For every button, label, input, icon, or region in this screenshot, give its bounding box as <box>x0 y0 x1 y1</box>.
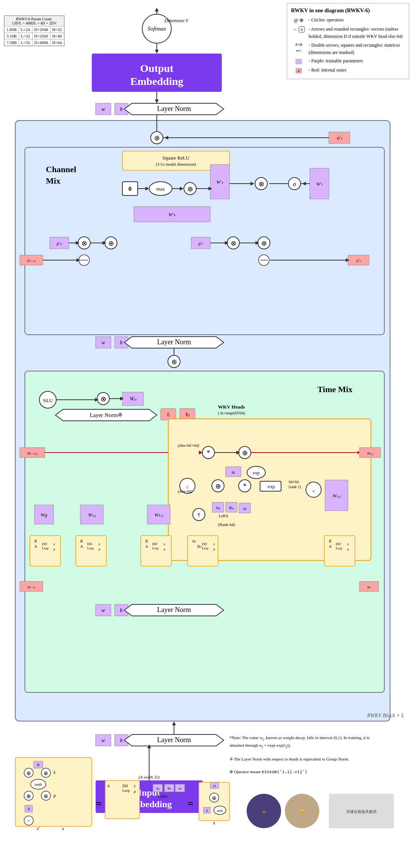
mu-k-prime: μ′ₖ <box>56 241 62 246</box>
dd-lerp-wg-dd: DD <box>42 542 47 546</box>
max-op: max <box>156 186 165 192</box>
vectors-symbol: ← 0 <box>291 26 306 34</box>
main-container: RWKV in one diagram (RWKV-6) @ ⊗ - Circl… <box>0 0 413 845</box>
wrj-matrix: Wᵣ,ⱼ <box>88 512 96 518</box>
param-row3-size: 7.58B <box>5 39 19 46</box>
x-t: xₜ <box>367 584 371 590</box>
dd-lerp-lora-lambda: λ <box>213 542 215 546</box>
svg-marker-119 <box>172 721 176 725</box>
final-plus: ⊕ <box>212 795 216 801</box>
wk-prime: W′ₖ <box>168 212 176 217</box>
expand-tanh: tanh <box>35 782 42 787</box>
x-prime-t: x′ₜ <box>356 258 361 263</box>
wr-prime: W′ᵣ <box>316 181 324 187</box>
note3: ⊛ Operator means einsum('i,ij->ij') <box>229 769 382 775</box>
image3-label: 无缝合面妆失败党 <box>346 809 377 814</box>
wv-prime: W′ᵥ <box>216 179 224 185</box>
lora2-b0: B₀ <box>167 787 171 790</box>
param-row2-l: L=32 <box>19 33 32 39</box>
dim-64: (dim 64) <box>178 489 192 494</box>
svg-marker-2 <box>155 8 159 11</box>
x-prime-input: x′ <box>36 826 40 831</box>
final-tanh: tanh <box>217 809 223 813</box>
dd-lerp-wg-lerp: Lerp <box>42 546 49 550</box>
star-op-inner: * <box>243 482 247 490</box>
dd-lerp-wk-dd: DD <box>152 542 157 546</box>
expand-minus: − <box>27 818 30 824</box>
plus-op-mur: ⊕ <box>261 239 267 247</box>
param-row3-d: D=4096 <box>32 39 50 46</box>
time-mix-title: Time Mix <box>317 384 353 394</box>
matrices-symbol: A×B⇐□ <box>291 42 306 54</box>
plus-op-mid: ⊕ <box>171 358 177 366</box>
layer-norm-star: Layer Norm※ <box>90 412 123 418</box>
circles-symbol: @ ⊗ <box>291 16 306 24</box>
dd-lerp-wk-lerp: Lerp <box>152 546 159 550</box>
red-symbol: a <box>291 67 306 75</box>
plus-op-wkv: ⊕ <box>242 449 248 457</box>
ln-cm-b: b <box>120 340 123 345</box>
lora2-a0: A₀ <box>156 787 160 790</box>
expand-a: A <box>27 807 30 811</box>
a-state-t1j: aₜ₋₁,ⱼ <box>28 450 38 456</box>
legend-vectors: ← 0 - Arrows and rounded rectangles: vec… <box>291 26 405 40</box>
softmax-label: Softmax <box>148 26 166 32</box>
dd-lerp-wg-a: B <box>34 539 37 543</box>
dd-lerp-wv-lambda: λ <box>347 542 349 546</box>
a-state-tj: aₜ,ⱼ <box>367 450 374 456</box>
dd-lerp-lora-mu: μ <box>213 547 215 551</box>
layer-norm-top: Layer Norm <box>157 105 191 112</box>
image1: 🦋 <box>262 809 267 814</box>
dd-lerp-wr-lerp: Lerp <box>87 546 94 550</box>
expand-times1: ⊗ <box>26 770 31 776</box>
mu-r-prime: μ′ᵣ <box>198 241 204 246</box>
dd-lerp-wr-mu: μ <box>98 547 101 551</box>
circles-text: - Circles: operators <box>309 16 344 24</box>
zero-op: 0 <box>128 186 132 192</box>
dd-lerp-wv-dd: DD <box>336 542 341 546</box>
rank1-label: 64×64 <box>289 480 299 484</box>
svg-marker-4 <box>155 50 159 54</box>
dd-lerp-wv-lerp: Lerp <box>336 546 342 550</box>
red-text: - Red: internal states <box>309 67 346 74</box>
times-op-right: ⊗ <box>259 180 264 188</box>
param-row1-d: D=2048 <box>32 26 50 33</box>
dd-lerp-wv-b: B <box>329 539 332 543</box>
a0-label: A₀ <box>216 505 221 510</box>
dd-lerp-wk-lambda: λ <box>163 542 165 546</box>
dd-lerp-wk-b: B <box>145 539 148 543</box>
lora-label: LoRA <box>219 514 229 518</box>
sigma-op: σ <box>293 181 296 187</box>
expand2-b: DD <box>122 784 128 788</box>
ln-top-b: b <box>120 106 123 112</box>
dd-lerp-wr-b: B <box>80 539 83 543</box>
ln-bottom-w: w <box>101 738 105 743</box>
expand2-a: A <box>107 784 110 788</box>
times-op-wo: ⊗ <box>101 395 106 403</box>
times-op-mur: ⊗ <box>231 239 236 247</box>
legend-purple: - Purple: trainable parameters <box>291 57 405 65</box>
omega-label: ω <box>243 506 246 511</box>
dd-lerp-wr-lambda: λ <box>98 542 100 546</box>
plus-op-inner: ⊕ <box>215 482 221 490</box>
expand-b: B <box>37 763 40 767</box>
wkv-j-range: j in range(D/64) <box>218 410 245 415</box>
rwkv-block-label: RWKV Block × L <box>367 713 404 718</box>
note2: ※ The Layer Norm with respect to heads i… <box>229 756 382 762</box>
neg-exp-op: -exp <box>267 484 275 489</box>
exp-op: exp <box>253 470 259 476</box>
param-table: RWKV-6 Param Count:13D²L + 468DL + 4D + … <box>4 15 65 46</box>
expand2-lerp: Lerp <box>122 788 130 793</box>
dd-lerp-wk-mu: μ <box>163 547 166 551</box>
final-a: A <box>206 809 208 813</box>
output-embedding-subtitle: Embedding <box>130 75 184 87</box>
param-row2-size: 3.10B <box>5 33 19 39</box>
dd-lerp-wg-lambda: λ <box>53 542 55 546</box>
silu-op: SiLU <box>43 398 53 403</box>
wvj-matrix: Wᵥ,ⱼ <box>332 493 341 498</box>
dd-lerp-wv-a: A <box>329 544 332 549</box>
square-relu-label: Square ReLU <box>162 155 190 161</box>
wo-matrix: Wₒ <box>130 396 137 402</box>
b0-label: B₀ <box>229 505 234 510</box>
a-op-right: a <box>312 488 315 493</box>
